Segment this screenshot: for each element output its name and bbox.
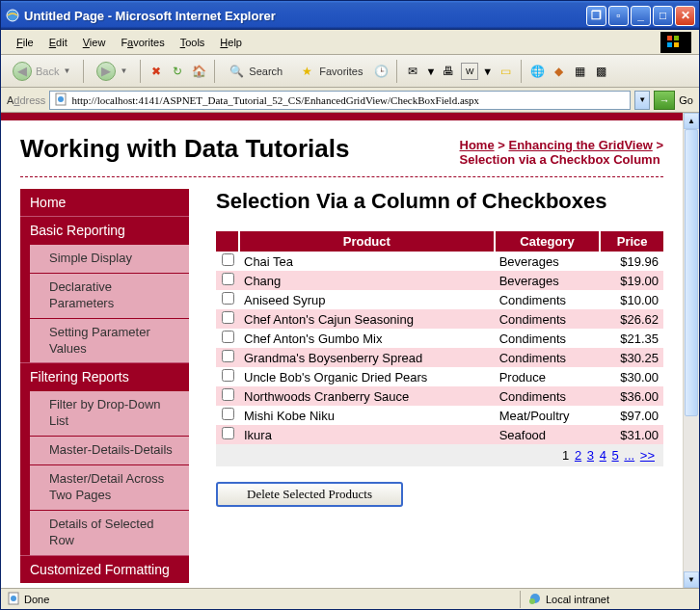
scroll-track[interactable] xyxy=(684,129,699,571)
status-text: Done xyxy=(24,594,49,605)
refresh-icon[interactable]: ↻ xyxy=(169,63,186,80)
pager-next[interactable]: >> xyxy=(640,448,655,463)
table-row: IkuraSeafood$31.00 xyxy=(216,425,663,444)
search-button[interactable]: 🔍 Search xyxy=(222,60,288,83)
forward-button[interactable]: ▶ ▼ xyxy=(91,59,133,84)
row-checkbox[interactable] xyxy=(222,331,234,343)
pager-ellipsis[interactable]: ... xyxy=(624,448,634,463)
nav-mdp[interactable]: Master/Detail Across Two Pages xyxy=(20,464,189,510)
maximize-button[interactable]: □ xyxy=(653,6,673,26)
print-icon[interactable]: 🖶 xyxy=(440,63,457,80)
nav-simple-display[interactable]: Simple Display xyxy=(20,244,189,273)
statusbar: Done Local intranet xyxy=(1,588,699,609)
row-checkbox[interactable] xyxy=(222,350,234,362)
nav-basic-reporting[interactable]: Basic Reporting xyxy=(20,216,189,244)
pager-page[interactable]: 4 xyxy=(600,448,606,463)
cell-category: Condiments xyxy=(495,290,601,309)
mail-icon[interactable]: ✉ xyxy=(404,63,421,80)
page-icon xyxy=(54,93,67,108)
extra-icon-4[interactable]: ▩ xyxy=(592,63,609,80)
search-icon: 🔍 xyxy=(228,63,245,80)
ie-icon xyxy=(5,8,20,23)
breadcrumb-section[interactable]: Enhancing the GridView xyxy=(508,138,652,152)
row-checkbox[interactable] xyxy=(222,311,234,324)
security-zone[interactable]: Local intranet xyxy=(520,591,693,608)
cell-price: $21.35 xyxy=(600,329,663,348)
cell-category: Condiments xyxy=(495,386,601,406)
cell-product: Uncle Bob's Organic Dried Pears xyxy=(239,367,495,386)
star-icon: ★ xyxy=(298,63,315,80)
row-checkbox[interactable] xyxy=(222,427,234,439)
delete-button[interactable]: Delete Selected Products xyxy=(216,482,403,507)
sidebar: Home Basic Reporting Simple Display Decl… xyxy=(20,189,189,583)
separator xyxy=(83,60,84,83)
discuss-icon[interactable]: ▭ xyxy=(497,63,514,80)
menu-help[interactable]: Help xyxy=(212,35,250,50)
pager-page[interactable]: 5 xyxy=(611,448,618,463)
chevron-down-icon[interactable]: ▼ xyxy=(482,66,493,77)
nav-dsr[interactable]: Details of Selected Row xyxy=(20,510,189,555)
stop-icon[interactable]: ✖ xyxy=(148,63,165,80)
back-icon: ◀ xyxy=(13,62,32,81)
restore-down-button[interactable]: ▫ xyxy=(608,6,629,26)
edit-icon[interactable]: W xyxy=(461,63,478,80)
cell-product: Chai Tea xyxy=(239,252,495,271)
cell-price: $31.00 xyxy=(600,425,663,444)
breadcrumb-home[interactable]: Home xyxy=(460,138,495,152)
table-row: ChangBeverages$19.00 xyxy=(216,271,663,290)
menu-favorites[interactable]: Favorites xyxy=(113,35,172,50)
history-icon[interactable]: 🕒 xyxy=(372,63,390,80)
extra-icon-3[interactable]: ▦ xyxy=(571,63,588,80)
col-price: Price xyxy=(600,231,663,252)
cell-price: $97.00 xyxy=(600,406,663,425)
cell-price: $30.25 xyxy=(600,348,663,367)
row-checkbox[interactable] xyxy=(222,369,234,382)
pager-page[interactable]: 3 xyxy=(587,448,594,463)
go-button[interactable]: → xyxy=(654,91,675,110)
home-icon[interactable]: 🏠 xyxy=(190,63,207,80)
menu-tools[interactable]: Tools xyxy=(173,35,213,50)
cell-category: Beverages xyxy=(495,252,601,271)
address-input-wrap[interactable] xyxy=(49,91,631,110)
nav-filtering[interactable]: Filtering Reports xyxy=(20,362,189,390)
row-checkbox[interactable] xyxy=(222,253,234,266)
nav-custom[interactable]: Customized Formatting xyxy=(20,555,189,583)
nav-setting-params[interactable]: Setting Parameter Values xyxy=(20,318,189,363)
pager-page[interactable]: 2 xyxy=(575,448,581,463)
cell-product: Aniseed Syrup xyxy=(239,290,495,309)
table-row: Aniseed SyrupCondiments$10.00 xyxy=(216,290,663,309)
vertical-scrollbar[interactable]: ▲ ▼ xyxy=(683,113,699,588)
cell-price: $36.00 xyxy=(600,386,663,406)
row-checkbox[interactable] xyxy=(222,292,234,305)
table-row: Grandma's Boysenberry SpreadCondiments$3… xyxy=(216,348,663,367)
back-button[interactable]: ◀ Back ▼ xyxy=(7,59,76,84)
page-heading: Selection Via a Column of Checkboxes xyxy=(216,189,663,214)
nav-home[interactable]: Home xyxy=(20,189,189,216)
nav-mdd[interactable]: Master-Details-Details xyxy=(20,436,189,464)
scroll-down-button[interactable]: ▼ xyxy=(684,571,699,588)
address-dropdown[interactable]: ▼ xyxy=(634,91,650,110)
two-window-button[interactable]: ❐ xyxy=(586,6,606,26)
nav-ddl[interactable]: Filter by Drop-Down List xyxy=(20,390,189,436)
row-checkbox[interactable] xyxy=(222,408,234,420)
scroll-thumb[interactable] xyxy=(685,129,698,416)
nav-declarative[interactable]: Declarative Parameters xyxy=(20,273,189,318)
extra-icon-1[interactable]: 🌐 xyxy=(528,63,546,80)
scroll-up-button[interactable]: ▲ xyxy=(684,113,699,129)
close-button[interactable]: ✕ xyxy=(675,6,695,26)
menu-file[interactable]: File xyxy=(9,35,41,50)
menu-edit[interactable]: Edit xyxy=(41,35,75,50)
minimize-button[interactable]: _ xyxy=(631,6,651,26)
row-checkbox[interactable] xyxy=(222,273,234,285)
svg-rect-4 xyxy=(674,42,679,47)
address-input[interactable] xyxy=(71,94,626,106)
menu-view[interactable]: View xyxy=(75,35,114,50)
favorites-button[interactable]: ★ Favorites xyxy=(292,60,368,83)
titlebar[interactable]: Untitled Page - Microsoft Internet Explo… xyxy=(1,1,699,30)
chevron-down-icon[interactable]: ▼ xyxy=(425,66,436,77)
cell-product: Grandma's Boysenberry Spread xyxy=(239,348,495,367)
extra-icon-2[interactable]: ◆ xyxy=(550,63,567,80)
menubar: File Edit View Favorites Tools Help xyxy=(1,30,699,55)
cell-product: Chef Anton's Cajun Seasoning xyxy=(239,309,495,329)
row-checkbox[interactable] xyxy=(222,388,234,401)
